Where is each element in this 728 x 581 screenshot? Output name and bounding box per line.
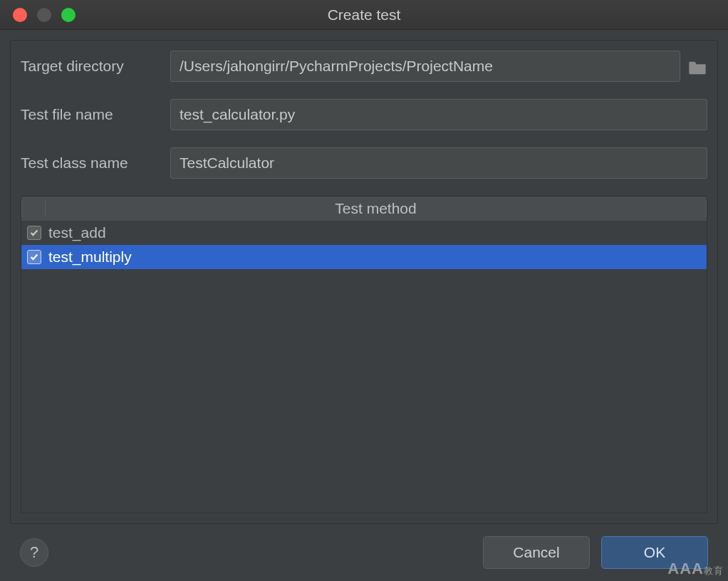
test-file-name-input[interactable]: [170, 99, 707, 130]
table-header-label: Test method: [46, 200, 707, 217]
titlebar: Create test: [0, 0, 728, 30]
window-title: Create test: [0, 6, 728, 23]
table-row[interactable]: test_multiply: [21, 245, 707, 269]
table-row[interactable]: test_add: [21, 221, 707, 245]
help-button[interactable]: ?: [20, 538, 48, 567]
target-directory-row: Target directory: [21, 51, 707, 82]
dialog-window: Create test Target directory Test file n…: [0, 0, 728, 581]
test-class-name-row: Test class name: [21, 147, 707, 179]
row-method-name: test_add: [48, 224, 106, 241]
target-directory-input[interactable]: [170, 51, 680, 82]
table-header: Test method: [21, 197, 707, 221]
dialog-content: Target directory Test file name Test cla…: [0, 30, 728, 581]
cancel-button[interactable]: Cancel: [483, 536, 590, 569]
dialog-footer: ? Cancel OK: [10, 524, 718, 581]
test-methods-table: Test method test_addtest_multiply: [21, 196, 707, 513]
browse-folder-icon[interactable]: [687, 58, 707, 74]
row-checkbox[interactable]: [27, 250, 41, 264]
row-checkbox[interactable]: [27, 226, 41, 240]
test-class-name-label: Test class name: [21, 155, 163, 172]
test-file-name-row: Test file name: [21, 99, 707, 130]
form-panel: Target directory Test file name Test cla…: [10, 40, 718, 524]
target-directory-label: Target directory: [21, 58, 163, 75]
table-body: test_addtest_multiply: [21, 221, 707, 513]
test-file-name-label: Test file name: [21, 106, 163, 123]
test-class-name-input[interactable]: [170, 147, 707, 179]
ok-button[interactable]: OK: [601, 536, 708, 569]
row-method-name: test_multiply: [48, 248, 132, 266]
